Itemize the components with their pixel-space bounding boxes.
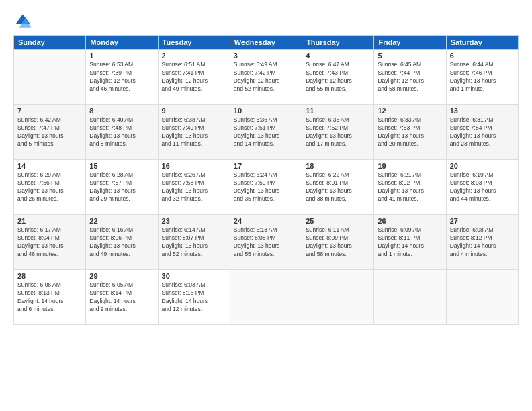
calendar-cell: 19Sunrise: 6:21 AM Sunset: 8:02 PM Dayli…	[374, 160, 446, 215]
day-info: Sunrise: 6:11 AM Sunset: 8:09 PM Dayligh…	[306, 226, 370, 259]
day-info: Sunrise: 6:14 AM Sunset: 8:07 PM Dayligh…	[162, 226, 226, 259]
day-info: Sunrise: 6:35 AM Sunset: 7:52 PM Dayligh…	[306, 116, 370, 148]
day-number: 23	[162, 217, 226, 225]
day-info: Sunrise: 6:13 AM Sunset: 8:08 PM Dayligh…	[234, 226, 298, 259]
day-number: 5	[378, 52, 442, 60]
day-info: Sunrise: 6:24 AM Sunset: 7:59 PM Dayligh…	[234, 171, 298, 203]
day-number: 22	[89, 217, 154, 225]
day-info: Sunrise: 6:49 AM Sunset: 7:42 PM Dayligh…	[234, 61, 298, 93]
day-info: Sunrise: 6:40 AM Sunset: 7:48 PM Dayligh…	[89, 116, 154, 148]
day-info: Sunrise: 6:19 AM Sunset: 8:03 PM Dayligh…	[450, 171, 515, 203]
calendar-cell: 7Sunrise: 6:42 AM Sunset: 7:47 PM Daylig…	[14, 105, 86, 160]
day-info: Sunrise: 6:26 AM Sunset: 7:58 PM Dayligh…	[162, 171, 226, 203]
calendar-cell: 10Sunrise: 6:36 AM Sunset: 7:51 PM Dayli…	[230, 105, 302, 160]
weekday-header-row: SundayMondayTuesdayWednesdayThursdayFrid…	[14, 36, 519, 50]
calendar-cell: 15Sunrise: 6:28 AM Sunset: 7:57 PM Dayli…	[86, 160, 158, 215]
day-number: 10	[234, 107, 298, 115]
calendar-cell: 23Sunrise: 6:14 AM Sunset: 8:07 PM Dayli…	[158, 215, 230, 270]
day-info: Sunrise: 6:45 AM Sunset: 7:44 PM Dayligh…	[378, 61, 442, 93]
weekday-header: Thursday	[302, 36, 374, 50]
day-number: 13	[450, 107, 515, 115]
day-info: Sunrise: 6:33 AM Sunset: 7:53 PM Dayligh…	[378, 116, 442, 148]
day-info: Sunrise: 6:05 AM Sunset: 8:14 PM Dayligh…	[89, 281, 154, 314]
day-number: 29	[89, 272, 154, 280]
calendar-cell: 30Sunrise: 6:03 AM Sunset: 8:16 PM Dayli…	[158, 270, 230, 325]
day-number: 15	[89, 162, 154, 170]
day-info: Sunrise: 6:53 AM Sunset: 7:39 PM Dayligh…	[89, 61, 154, 93]
page: SundayMondayTuesdayWednesdayThursdayFrid…	[0, 0, 532, 411]
day-info: Sunrise: 6:09 AM Sunset: 8:11 PM Dayligh…	[378, 226, 442, 259]
day-info: Sunrise: 6:03 AM Sunset: 8:16 PM Dayligh…	[162, 281, 226, 314]
day-number: 27	[450, 217, 515, 225]
day-info: Sunrise: 6:47 AM Sunset: 7:43 PM Dayligh…	[306, 61, 370, 93]
day-number: 21	[17, 217, 82, 225]
calendar-cell: 6Sunrise: 6:44 AM Sunset: 7:46 PM Daylig…	[446, 50, 518, 105]
day-number: 12	[378, 107, 442, 115]
day-number: 7	[17, 107, 82, 115]
weekday-header: Saturday	[446, 36, 518, 50]
calendar-cell	[230, 270, 302, 325]
day-info: Sunrise: 6:08 AM Sunset: 8:12 PM Dayligh…	[450, 226, 515, 259]
logo	[13, 12, 35, 31]
calendar-cell: 26Sunrise: 6:09 AM Sunset: 8:11 PM Dayli…	[374, 215, 446, 270]
day-info: Sunrise: 6:38 AM Sunset: 7:49 PM Dayligh…	[162, 116, 226, 148]
day-number: 18	[306, 162, 370, 170]
calendar-cell: 17Sunrise: 6:24 AM Sunset: 7:59 PM Dayli…	[230, 160, 302, 215]
weekday-header: Sunday	[14, 36, 86, 50]
calendar-cell: 27Sunrise: 6:08 AM Sunset: 8:12 PM Dayli…	[446, 215, 518, 270]
logo-icon	[13, 12, 32, 31]
calendar-cell: 1Sunrise: 6:53 AM Sunset: 7:39 PM Daylig…	[86, 50, 158, 105]
day-info: Sunrise: 6:44 AM Sunset: 7:46 PM Dayligh…	[450, 61, 515, 93]
calendar-cell: 13Sunrise: 6:31 AM Sunset: 7:54 PM Dayli…	[446, 105, 518, 160]
day-number: 11	[306, 107, 370, 115]
calendar-cell: 18Sunrise: 6:22 AM Sunset: 8:01 PM Dayli…	[302, 160, 374, 215]
day-info: Sunrise: 6:28 AM Sunset: 7:57 PM Dayligh…	[89, 171, 154, 203]
weekday-header: Tuesday	[158, 36, 230, 50]
day-number: 17	[234, 162, 298, 170]
day-info: Sunrise: 6:29 AM Sunset: 7:56 PM Dayligh…	[17, 171, 82, 203]
day-info: Sunrise: 6:06 AM Sunset: 8:13 PM Dayligh…	[17, 281, 82, 314]
calendar-week-row: 21Sunrise: 6:17 AM Sunset: 8:04 PM Dayli…	[14, 215, 519, 270]
calendar-cell: 3Sunrise: 6:49 AM Sunset: 7:42 PM Daylig…	[230, 50, 302, 105]
calendar-cell: 8Sunrise: 6:40 AM Sunset: 7:48 PM Daylig…	[86, 105, 158, 160]
calendar-cell: 21Sunrise: 6:17 AM Sunset: 8:04 PM Dayli…	[14, 215, 86, 270]
header	[13, 12, 519, 31]
calendar-week-row: 7Sunrise: 6:42 AM Sunset: 7:47 PM Daylig…	[14, 105, 519, 160]
calendar-cell: 4Sunrise: 6:47 AM Sunset: 7:43 PM Daylig…	[302, 50, 374, 105]
calendar-table: SundayMondayTuesdayWednesdayThursdayFrid…	[13, 35, 519, 325]
day-info: Sunrise: 6:51 AM Sunset: 7:41 PM Dayligh…	[162, 61, 226, 93]
day-number: 28	[17, 272, 82, 280]
calendar-cell: 5Sunrise: 6:45 AM Sunset: 7:44 PM Daylig…	[374, 50, 446, 105]
day-number: 1	[89, 52, 154, 60]
calendar-cell: 28Sunrise: 6:06 AM Sunset: 8:13 PM Dayli…	[14, 270, 86, 325]
calendar-cell: 2Sunrise: 6:51 AM Sunset: 7:41 PM Daylig…	[158, 50, 230, 105]
day-number: 25	[306, 217, 370, 225]
day-info: Sunrise: 6:36 AM Sunset: 7:51 PM Dayligh…	[234, 116, 298, 148]
day-number: 6	[450, 52, 515, 60]
calendar-cell: 14Sunrise: 6:29 AM Sunset: 7:56 PM Dayli…	[14, 160, 86, 215]
calendar-cell	[14, 50, 86, 105]
calendar-cell	[374, 270, 446, 325]
day-info: Sunrise: 6:42 AM Sunset: 7:47 PM Dayligh…	[17, 116, 82, 148]
calendar-cell: 24Sunrise: 6:13 AM Sunset: 8:08 PM Dayli…	[230, 215, 302, 270]
day-info: Sunrise: 6:17 AM Sunset: 8:04 PM Dayligh…	[17, 226, 82, 259]
day-number: 30	[162, 272, 226, 280]
calendar-cell: 9Sunrise: 6:38 AM Sunset: 7:49 PM Daylig…	[158, 105, 230, 160]
day-info: Sunrise: 6:16 AM Sunset: 8:06 PM Dayligh…	[89, 226, 154, 259]
calendar-cell	[302, 270, 374, 325]
weekday-header: Friday	[374, 36, 446, 50]
calendar-cell: 20Sunrise: 6:19 AM Sunset: 8:03 PM Dayli…	[446, 160, 518, 215]
day-number: 2	[162, 52, 226, 60]
day-number: 26	[378, 217, 442, 225]
calendar-cell: 11Sunrise: 6:35 AM Sunset: 7:52 PM Dayli…	[302, 105, 374, 160]
day-info: Sunrise: 6:22 AM Sunset: 8:01 PM Dayligh…	[306, 171, 370, 203]
calendar-cell: 22Sunrise: 6:16 AM Sunset: 8:06 PM Dayli…	[86, 215, 158, 270]
calendar-body: 1Sunrise: 6:53 AM Sunset: 7:39 PM Daylig…	[14, 50, 519, 325]
day-info: Sunrise: 6:31 AM Sunset: 7:54 PM Dayligh…	[450, 116, 515, 148]
calendar-week-row: 14Sunrise: 6:29 AM Sunset: 7:56 PM Dayli…	[14, 160, 519, 215]
calendar-week-row: 1Sunrise: 6:53 AM Sunset: 7:39 PM Daylig…	[14, 50, 519, 105]
calendar-cell: 29Sunrise: 6:05 AM Sunset: 8:14 PM Dayli…	[86, 270, 158, 325]
weekday-header: Wednesday	[230, 36, 302, 50]
calendar-cell	[446, 270, 518, 325]
calendar-cell: 16Sunrise: 6:26 AM Sunset: 7:58 PM Dayli…	[158, 160, 230, 215]
